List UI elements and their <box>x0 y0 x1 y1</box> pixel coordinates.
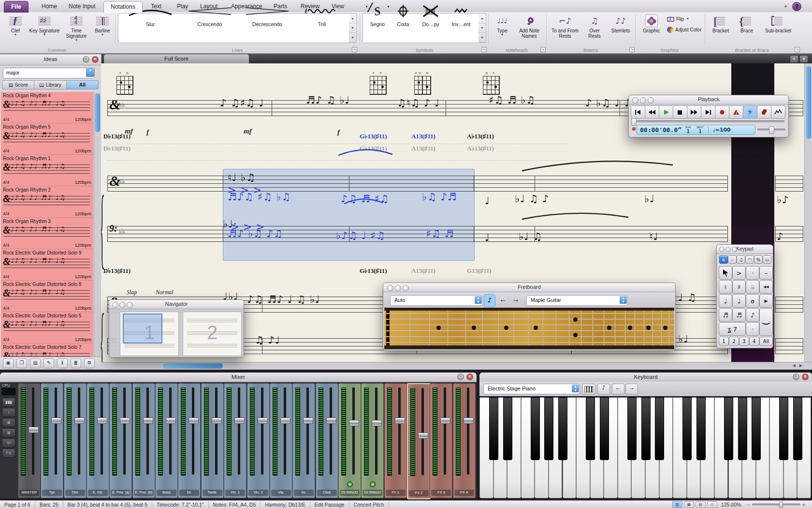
idea-item[interactable]: Rock Electric Guitar Distorted Solo 5&♩♪… <box>1 312 93 344</box>
keypad-voice-2[interactable]: 2 <box>729 337 739 346</box>
idea-item[interactable]: Rock Organ Rhythm 3&♩♪♫ ♪♩ ♬♪ ♩♫4/4120bp… <box>1 218 93 249</box>
zoom-out-button[interactable]: − <box>745 502 752 508</box>
mixer-channel-master[interactable]: MASTER <box>18 383 41 498</box>
mixer-channel-vc-[interactable]: Vc. <box>292 383 315 498</box>
symbols-launcher[interactable]: ↘ <box>481 47 487 52</box>
flip-button[interactable]: Flip▼ <box>667 15 703 23</box>
keypad-key-cursor[interactable] <box>719 266 732 280</box>
idea-settings-button[interactable]: ⚙ <box>84 359 95 368</box>
mixer-channel-e-gtr-[interactable]: E. Gtr. <box>87 383 109 498</box>
keypad-key-whole[interactable]: o <box>746 294 759 308</box>
mixer-channel-vln-1[interactable]: Vln. 1 <box>224 383 246 498</box>
keypad-zoom-icon[interactable] <box>732 247 737 252</box>
mixer-channel-fx-4[interactable]: FX 4 <box>453 383 476 498</box>
guitar-string[interactable] <box>384 342 674 343</box>
keypad-key-sixteenth[interactable]: ♬ <box>719 308 732 322</box>
stemlets-button[interactable]: ♪♪ Stemlets <box>608 14 633 42</box>
idea-item[interactable]: Rock Electric Guitar Distorted Solo 9&♩♪… <box>1 249 93 281</box>
fader-thumb[interactable] <box>280 418 290 424</box>
skip-start-button[interactable] <box>631 105 645 119</box>
playback-title-bar[interactable]: Playback <box>629 95 788 105</box>
skip-end-button[interactable] <box>701 105 715 119</box>
ribbon-tab-file[interactable]: File <box>4 1 29 13</box>
status-item-4[interactable]: Notes: F#4, A4, D5 <box>209 501 261 508</box>
zoom-slider[interactable] <box>752 504 800 506</box>
keypad-close-icon[interactable] <box>719 247 725 252</box>
paste-idea-button[interactable]: ▤ <box>30 359 41 368</box>
fretboard-minimize-icon[interactable] <box>395 285 401 291</box>
timeline-slider[interactable] <box>632 120 784 122</box>
mixer-channel-vln-2[interactable]: Vln. 2 <box>247 383 270 498</box>
black-key[interactable] <box>627 397 637 460</box>
ideas-detach-button[interactable]: ❐ <box>83 56 89 63</box>
ribbon-tab-note-input[interactable]: Note Input <box>62 1 102 12</box>
mixer-channel-tpt-[interactable]: Tpt. <box>41 383 63 498</box>
channel-power-led[interactable] <box>370 481 376 487</box>
beams-launcher[interactable]: ↘ <box>629 47 635 52</box>
keypad-voice-all[interactable]: All <box>759 337 773 346</box>
do-not-photocopy-item[interactable]: Do…py <box>417 1 445 27</box>
fretboard-prev-button[interactable]: ← <box>499 295 507 304</box>
keypad-voice-3[interactable]: 3 <box>739 337 749 346</box>
symbols-gallery-scroll[interactable]: ▲▼▼ <box>478 13 486 43</box>
fader-thumb[interactable] <box>464 418 474 424</box>
fader-thumb[interactable] <box>372 420 382 426</box>
keypad-title-bar[interactable]: Keypad <box>717 245 773 254</box>
segno-item[interactable]: S Segno <box>365 1 390 27</box>
mixer-channel-e-pno-b-[interactable]: E. Pno. (b) <box>132 383 155 498</box>
idea-info-button[interactable]: ℹ <box>57 359 68 368</box>
tab-list-button[interactable]: ▾ <box>799 55 808 63</box>
zoom-slider-thumb[interactable] <box>779 502 783 508</box>
status-item-1[interactable]: Bars: 25 <box>35 501 63 508</box>
edit-idea-button[interactable]: ✎ <box>44 359 54 368</box>
mixer-channel-dr-[interactable]: Dr. <box>178 383 201 498</box>
keyboard-instrument-select[interactable]: Electric Stage Piano▲▼ <box>483 384 580 394</box>
keypad-window[interactable]: Keypad o–♫◠%♭♭>·–♮♯♭◀◀♩♩o▶♬♬♪ʓ 7·1234All <box>716 244 773 348</box>
fretboard-title-bar[interactable]: Fretboard <box>383 283 675 292</box>
ideas-tab-library[interactable]: 🕮 Library <box>34 80 66 90</box>
sub-bracket-button[interactable]: Sub-bracket <box>760 14 797 42</box>
ribbon-collapse-button[interactable]: ▲ <box>782 2 790 10</box>
mixer-channel-fx-1[interactable]: FX 1 <box>384 383 407 498</box>
noteheads-launcher[interactable]: ↘ <box>540 47 546 52</box>
fader-thumb[interactable] <box>74 418 85 424</box>
fader-thumb[interactable] <box>51 418 61 424</box>
idea-item[interactable]: Rock Organ Rhythm 1&♩♪♫ ♪♩ ♬♪ ♩♫4/4120bp… <box>1 155 93 186</box>
navigator-title-bar[interactable]: Navigator <box>109 300 244 309</box>
keypad-key-dot[interactable]: · <box>746 322 759 336</box>
keypad-page-tab-2[interactable]: – <box>728 255 737 264</box>
playback-window[interactable]: Playback 00:00'00.0” BAR 1 BEAT 1 ♩=100 <box>628 95 789 137</box>
key-signature-button[interactable]: ♯♯ Key Signature▼ <box>29 14 60 42</box>
fretboard-next-button[interactable]: → <box>512 295 520 304</box>
fretboard-instrument-select[interactable]: Maple Guitar▲▼ <box>526 295 628 306</box>
keyboard-prev-button[interactable]: ← <box>612 384 624 395</box>
channel-power-led[interactable] <box>347 481 353 487</box>
black-key[interactable] <box>738 397 747 460</box>
keypad-key-rests[interactable]: ʓ 7 <box>719 322 746 336</box>
panorama-view-icon[interactable]: ▥ <box>672 501 682 508</box>
keypad-key-sixteenth[interactable]: ♬ <box>732 308 746 322</box>
keypad-key-natural[interactable]: ♮ <box>719 280 732 294</box>
black-key[interactable] <box>752 397 761 460</box>
stop-button[interactable] <box>673 105 687 119</box>
screen-view-icon[interactable]: ▭ <box>707 501 717 508</box>
fretboard-close-icon[interactable] <box>387 285 393 291</box>
ideas-scrollbar[interactable] <box>94 92 101 363</box>
fretboard-note-size-button[interactable]: ♪ <box>484 294 495 307</box>
fretboard-neck[interactable] <box>384 311 674 345</box>
playback-minimize-icon[interactable] <box>640 97 646 104</box>
barline-button[interactable]: Barline▼ <box>93 14 112 42</box>
mixer-channel-dlsmscd[interactable]: DLSMscD <box>361 383 384 498</box>
black-key[interactable] <box>544 397 553 460</box>
ideas-tab-score[interactable]: ▤ Score <box>2 80 34 90</box>
inverted-mordent-item[interactable]: Inv…ent <box>447 1 476 27</box>
fader-thumb[interactable] <box>234 418 245 424</box>
fretboard-position-select[interactable]: Auto▲▼ <box>390 295 483 306</box>
black-key[interactable] <box>779 397 788 460</box>
add-note-names-button[interactable]: ♩A Add Note Names <box>515 14 543 42</box>
new-tab-button[interactable]: + <box>790 55 798 63</box>
fader-thumb[interactable] <box>120 418 130 424</box>
black-key[interactable] <box>531 397 540 460</box>
navigator-minimize-icon[interactable] <box>119 302 126 308</box>
fader-thumb[interactable] <box>395 418 405 424</box>
